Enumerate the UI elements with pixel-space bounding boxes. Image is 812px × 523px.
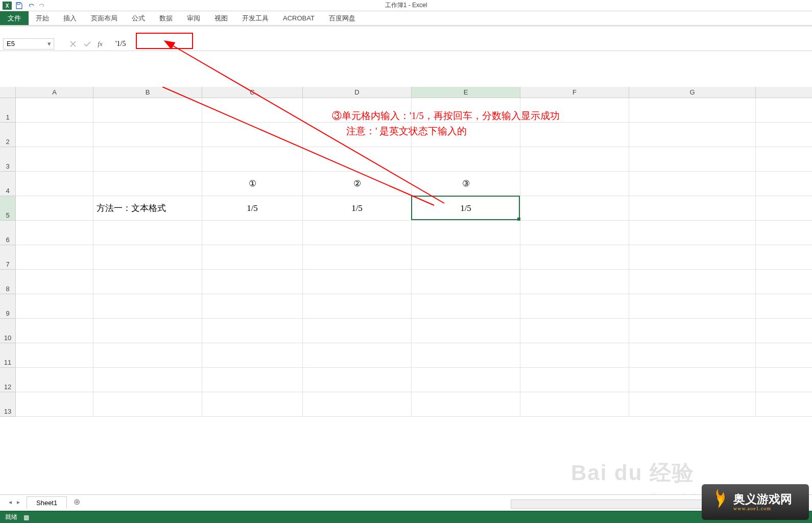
- cell-C5[interactable]: 1/5: [202, 196, 303, 221]
- cell[interactable]: [202, 270, 303, 294]
- tab-data[interactable]: 数据: [152, 11, 180, 25]
- cell[interactable]: [16, 221, 93, 245]
- spreadsheet-grid[interactable]: ABCDEFG 12345678910111213 ①②③方法一：文本格式1/5…: [0, 87, 812, 511]
- cell[interactable]: [16, 245, 93, 270]
- cell[interactable]: [16, 123, 93, 147]
- tab-acrobat[interactable]: ACROBAT: [276, 11, 322, 25]
- cell[interactable]: [303, 147, 412, 172]
- cell[interactable]: [629, 196, 756, 221]
- cell-B5[interactable]: 方法一：文本格式: [93, 196, 202, 221]
- cell[interactable]: [629, 221, 756, 245]
- col-header-C[interactable]: C: [202, 87, 303, 98]
- cell[interactable]: [629, 294, 756, 319]
- cell[interactable]: [520, 98, 629, 123]
- row-header-4[interactable]: 4: [0, 172, 16, 196]
- tab-view[interactable]: 视图: [207, 11, 235, 25]
- cell[interactable]: [412, 319, 520, 343]
- cell[interactable]: [202, 98, 303, 123]
- cell[interactable]: [629, 172, 756, 196]
- cell[interactable]: [16, 368, 93, 392]
- cell[interactable]: [16, 172, 93, 196]
- cell[interactable]: [412, 368, 520, 392]
- cell[interactable]: [756, 392, 812, 417]
- cell[interactable]: [93, 270, 202, 294]
- row-header-11[interactable]: 11: [0, 343, 16, 368]
- cell[interactable]: [756, 221, 812, 245]
- row-header-13[interactable]: 13: [0, 392, 16, 417]
- formula-input[interactable]: [110, 38, 812, 50]
- cell[interactable]: [202, 294, 303, 319]
- cell[interactable]: [303, 368, 412, 392]
- col-header-A[interactable]: A: [16, 87, 93, 98]
- cell[interactable]: [412, 98, 520, 123]
- cell[interactable]: [629, 319, 756, 343]
- cell[interactable]: [202, 319, 303, 343]
- col-header-D[interactable]: D: [303, 87, 412, 98]
- tab-review[interactable]: 审阅: [180, 11, 207, 25]
- cell[interactable]: [16, 392, 93, 417]
- cell-C4[interactable]: ①: [202, 172, 303, 196]
- cell[interactable]: [303, 221, 412, 245]
- tab-insert[interactable]: 插入: [56, 11, 84, 25]
- cell[interactable]: [520, 123, 629, 147]
- cell-E4[interactable]: ③: [412, 172, 520, 196]
- cell[interactable]: [303, 245, 412, 270]
- cell[interactable]: [629, 343, 756, 368]
- cell[interactable]: [412, 245, 520, 270]
- cell-D5[interactable]: 1/5: [303, 196, 412, 221]
- col-header-E[interactable]: E: [412, 87, 520, 98]
- cell[interactable]: [520, 294, 629, 319]
- tab-developer[interactable]: 开发工具: [235, 11, 276, 25]
- cell[interactable]: [93, 245, 202, 270]
- row-header-1[interactable]: 1: [0, 98, 16, 123]
- cell[interactable]: [412, 123, 520, 147]
- cell[interactable]: [202, 245, 303, 270]
- cell[interactable]: [629, 245, 756, 270]
- row-header-5[interactable]: 5: [0, 196, 16, 221]
- macro-record-icon[interactable]: ▦: [23, 514, 29, 521]
- cell[interactable]: [412, 221, 520, 245]
- cell[interactable]: [303, 294, 412, 319]
- name-box[interactable]: E5 ▾: [3, 38, 54, 50]
- undo-icon[interactable]: [26, 1, 36, 10]
- row-header-10[interactable]: 10: [0, 319, 16, 343]
- cell[interactable]: [202, 343, 303, 368]
- sheet-nav-next-icon[interactable]: ▸: [14, 498, 22, 506]
- cell[interactable]: [16, 196, 93, 221]
- tab-formulas[interactable]: 公式: [125, 11, 152, 25]
- cell[interactable]: [93, 368, 202, 392]
- cell[interactable]: [756, 368, 812, 392]
- cell[interactable]: [629, 270, 756, 294]
- cell[interactable]: [412, 147, 520, 172]
- cell[interactable]: [756, 147, 812, 172]
- sheet-nav[interactable]: ◂ ▸: [6, 498, 22, 506]
- cell[interactable]: [303, 98, 412, 123]
- enter-icon[interactable]: [83, 39, 92, 49]
- save-icon[interactable]: [14, 1, 24, 10]
- cell[interactable]: [756, 123, 812, 147]
- cell[interactable]: [303, 343, 412, 368]
- cell[interactable]: [520, 196, 629, 221]
- cell[interactable]: [93, 319, 202, 343]
- cell[interactable]: [520, 245, 629, 270]
- row-header-7[interactable]: 7: [0, 245, 16, 270]
- cell[interactable]: [520, 392, 629, 417]
- cell[interactable]: [93, 343, 202, 368]
- cell[interactable]: [520, 270, 629, 294]
- cell[interactable]: [629, 368, 756, 392]
- cell[interactable]: [16, 343, 93, 368]
- cell[interactable]: [202, 123, 303, 147]
- col-header-G[interactable]: G: [629, 87, 756, 98]
- cell[interactable]: [756, 319, 812, 343]
- col-header-B[interactable]: B: [93, 87, 202, 98]
- cell[interactable]: [16, 270, 93, 294]
- cell[interactable]: [629, 123, 756, 147]
- cell[interactable]: [16, 294, 93, 319]
- cell[interactable]: [303, 270, 412, 294]
- cell[interactable]: [303, 392, 412, 417]
- name-box-dropdown-icon[interactable]: ▾: [45, 40, 53, 47]
- cell[interactable]: [93, 392, 202, 417]
- cell[interactable]: [412, 343, 520, 368]
- cell[interactable]: [93, 172, 202, 196]
- cell[interactable]: [16, 147, 93, 172]
